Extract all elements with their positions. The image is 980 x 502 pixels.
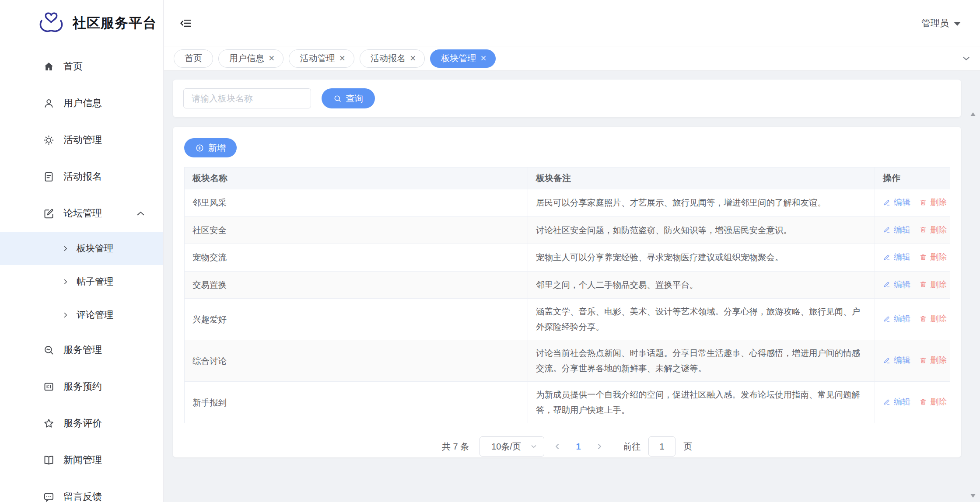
heart-hands-logo-icon (35, 7, 67, 39)
sidebar: 社区服务平台 首页用户信息活动管理活动报名论坛管理板块管理帖子管理评论管理服务管… (0, 0, 164, 502)
delete-button[interactable]: 删除 (919, 394, 947, 409)
star-icon (43, 418, 55, 429)
edit-button-label: 编辑 (894, 311, 910, 326)
pencil-icon (883, 356, 891, 364)
circle-plus-icon (195, 143, 204, 153)
sidebar-item-8[interactable]: 新闻管理 (0, 442, 163, 478)
tab-label: 板块管理 (441, 52, 476, 64)
edit-button[interactable]: 编辑 (883, 222, 910, 237)
brand-title: 社区服务平台 (73, 14, 157, 32)
board-name-search-input[interactable] (183, 88, 311, 108)
trash-icon (919, 280, 927, 288)
close-icon[interactable]: × (410, 53, 416, 63)
delete-button[interactable]: 删除 (919, 352, 947, 368)
delete-button[interactable]: 删除 (919, 222, 947, 237)
table-row: 邻里风采居民可以分享家庭照片、才艺展示、旅行见闻等，增进邻里间的了解和友谊。编辑… (185, 189, 950, 217)
sidebar-item-label: 用户信息 (63, 97, 102, 110)
table-row: 新手报到为新成员提供一个自我介绍的空间，促进社区融入感。发布论坛使用指南、常见问… (185, 382, 950, 423)
admin-dropdown[interactable]: 管理员 (921, 0, 961, 46)
top-bar: 管理员 (164, 0, 980, 46)
chevron-right-icon (61, 311, 70, 319)
table-row: 社区安全讨论社区安全问题，如防范盗窃、防火知识等，增强居民安全意识。编辑删除 (185, 216, 950, 244)
tab-1[interactable]: 用户信息× (218, 49, 284, 68)
delete-button-label: 删除 (930, 311, 947, 326)
delete-button-label: 删除 (930, 394, 947, 409)
close-icon[interactable]: × (480, 53, 486, 63)
sidebar-subitem-label: 评论管理 (77, 309, 113, 321)
pencil-icon (883, 315, 891, 323)
search-panel: 查询 (173, 80, 961, 117)
scrollbar-up-icon[interactable] (968, 109, 978, 119)
board-remark-cell: 居民可以分享家庭照片、才艺展示、旅行见闻等，增进邻里间的了解和友谊。 (528, 189, 875, 217)
table-row: 兴趣爱好涵盖文学、音乐、电影、美术、设计等艺术领域。分享心得，旅游攻略、旅行见闻… (185, 299, 950, 340)
table-row: 综合讨论讨论当前社会热点新闻、时事话题。分享日常生活趣事、心得感悟，增进用户间的… (185, 340, 950, 382)
edit-button[interactable]: 编辑 (883, 394, 910, 409)
tab-0[interactable]: 首页 (174, 49, 213, 68)
delete-button[interactable]: 删除 (919, 195, 947, 210)
close-icon[interactable]: × (339, 53, 345, 63)
edit-button[interactable]: 编辑 (883, 352, 910, 368)
brand: 社区服务平台 (0, 0, 163, 46)
delete-button[interactable]: 删除 (919, 249, 947, 265)
sidebar-item-3[interactable]: 活动报名 (0, 158, 163, 195)
tab-4[interactable]: 板块管理× (430, 49, 495, 68)
trash-icon (919, 253, 927, 261)
column-actions: 操作 (875, 167, 950, 189)
tab-bar: 首页用户信息×活动管理×活动报名×板块管理× (164, 46, 980, 71)
page-number-button[interactable]: 1 (570, 442, 586, 452)
page-unit-label: 页 (683, 441, 692, 453)
sidebar-fold-icon[interactable] (179, 17, 192, 30)
sidebar-item-9[interactable]: 留言反馈 (0, 478, 163, 502)
next-page-button[interactable] (590, 442, 609, 451)
tab-3[interactable]: 活动报名× (360, 49, 425, 68)
sidebar-item-label: 论坛管理 (63, 207, 102, 220)
search-button[interactable]: 查询 (322, 88, 375, 108)
board-remark-cell: 涵盖文学、音乐、电影、美术、设计等艺术领域。分享心得，旅游攻略、旅行见闻、户外探… (528, 299, 875, 340)
goto-page-input[interactable] (648, 436, 676, 457)
delete-button-label: 删除 (930, 222, 947, 237)
trash-icon (919, 315, 927, 323)
tab-label: 用户信息 (229, 52, 264, 64)
edit-button[interactable]: 编辑 (883, 195, 910, 210)
search-icon (333, 94, 342, 103)
sidebar-subitem-label: 帖子管理 (77, 275, 113, 288)
tab-2[interactable]: 活动管理× (289, 49, 354, 68)
delete-button[interactable]: 删除 (919, 277, 947, 292)
app-root: 社区服务平台 首页用户信息活动管理活动报名论坛管理板块管理帖子管理评论管理服务管… (0, 0, 980, 502)
sidebar-item-1[interactable]: 用户信息 (0, 85, 163, 122)
delete-button-label: 删除 (930, 249, 947, 265)
sidebar-item-5[interactable]: 服务管理 (0, 331, 163, 368)
magnifier-icon (43, 344, 55, 356)
pagination: 共 7 条 10条/页 1 (184, 436, 950, 457)
board-name-cell: 宠物交流 (185, 244, 528, 272)
sidebar-item-0[interactable]: 首页 (0, 48, 163, 85)
sidebar-item-7[interactable]: 服务评价 (0, 405, 163, 442)
pencil-icon (883, 280, 891, 288)
sidebar-item-6[interactable]: 服务预约 (0, 368, 163, 405)
sidebar-item-4[interactable]: 论坛管理 (0, 195, 163, 232)
actions-cell: 编辑删除 (875, 340, 950, 382)
edit-button[interactable]: 编辑 (883, 249, 910, 265)
chevron-down-icon (961, 53, 972, 64)
prev-page-button[interactable] (548, 442, 567, 451)
edit-button[interactable]: 编辑 (883, 311, 910, 326)
add-button-label: 新增 (208, 142, 226, 154)
tab-overflow-button[interactable] (952, 46, 980, 70)
sidebar-item-2[interactable]: 活动管理 (0, 122, 163, 158)
delete-button-label: 删除 (930, 352, 947, 368)
edit-button[interactable]: 编辑 (883, 277, 910, 292)
add-button[interactable]: 新增 (184, 138, 237, 157)
chat-icon (43, 491, 55, 502)
sidebar-item-label: 服务管理 (63, 343, 102, 356)
sidebar-subitem-4-2[interactable]: 评论管理 (0, 298, 163, 331)
goto-label: 前往 (623, 441, 640, 453)
close-icon[interactable]: × (269, 53, 274, 63)
page-size-select[interactable]: 10条/页 (480, 436, 544, 457)
edit-button-label: 编辑 (894, 249, 910, 265)
scrollbar-down-icon[interactable] (968, 491, 978, 501)
edit-button-label: 编辑 (894, 195, 910, 210)
sidebar-subitem-4-1[interactable]: 帖子管理 (0, 265, 163, 298)
edit-button-label: 编辑 (894, 277, 910, 292)
sidebar-subitem-4-0[interactable]: 板块管理 (0, 232, 163, 265)
delete-button[interactable]: 删除 (919, 311, 947, 326)
